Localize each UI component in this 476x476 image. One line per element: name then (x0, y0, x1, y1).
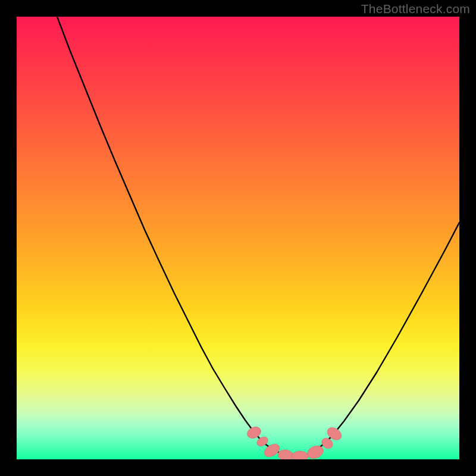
sweetspot-marker (292, 451, 309, 459)
sweetspot-markers (17, 17, 459, 459)
chart-frame: TheBottleneck.com (0, 0, 476, 476)
plot-area (17, 17, 459, 459)
watermark-text: TheBottleneck.com (361, 2, 470, 16)
sweetspot-marker (277, 449, 294, 459)
sweetspot-marker (305, 443, 325, 459)
